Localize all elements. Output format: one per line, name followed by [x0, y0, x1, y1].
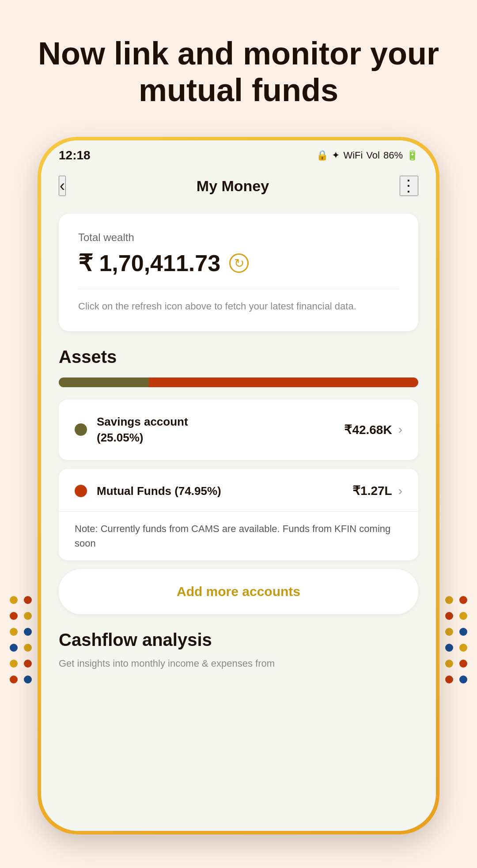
mutual-progress-segment [149, 377, 418, 387]
mutual-funds-name: Mutual Funds (74.95%) [97, 483, 221, 499]
nav-bar: ‹ My Money ⋮ [41, 167, 436, 205]
savings-dot-icon [75, 423, 87, 436]
assets-progress-bar [59, 377, 418, 387]
wealth-amount: ₹ 1,70,411.73 [78, 250, 220, 276]
network-icon: 🔒 [316, 150, 328, 161]
nav-title: My Money [197, 177, 269, 195]
cashflow-title: Cashflow analysis [59, 630, 418, 650]
mutual-chevron-icon: › [398, 484, 402, 498]
signal-icon: Vol [366, 150, 380, 161]
savings-chevron-icon: › [398, 423, 402, 437]
wealth-divider [78, 289, 399, 289]
mutual-funds-left: Mutual Funds (74.95%) [75, 483, 221, 499]
status-time: 12:18 [59, 148, 91, 162]
mutual-funds-value: ₹1.27L [352, 483, 392, 498]
mutual-funds-right: ₹1.27L › [352, 483, 402, 498]
bluetooth-icon: ✦ [332, 150, 340, 161]
refresh-button[interactable] [229, 253, 249, 273]
mutual-funds-card: Mutual Funds (74.95%) ₹1.27L › Note: Cur… [59, 469, 418, 560]
status-icons: 🔒 ✦ WiFi Vol 86% 🔋 [316, 150, 418, 161]
savings-progress-segment [59, 377, 149, 387]
cashflow-subtitle: Get insights into monthly income & expen… [59, 656, 418, 671]
mutual-dot-icon [75, 485, 87, 497]
phone-frame: 12:18 🔒 ✦ WiFi Vol 86% 🔋 ‹ My Money ⋮ To… [38, 137, 439, 834]
back-button[interactable]: ‹ [59, 176, 66, 196]
battery-icon: 🔋 [406, 150, 418, 161]
decorative-dots-right [445, 596, 467, 683]
wealth-amount-row: ₹ 1,70,411.73 [78, 250, 399, 276]
wealth-label: Total wealth [78, 231, 399, 244]
mutual-funds-row[interactable]: Mutual Funds (74.95%) ₹1.27L › [75, 483, 402, 511]
phone-screen: 12:18 🔒 ✦ WiFi Vol 86% 🔋 ‹ My Money ⋮ To… [41, 140, 436, 831]
wifi-icon: WiFi [343, 150, 363, 161]
savings-account-card[interactable]: Savings account(25.05%) ₹42.68K › [59, 400, 418, 460]
assets-title: Assets [59, 347, 418, 367]
wealth-card: Total wealth ₹ 1,70,411.73 Click on the … [59, 214, 418, 331]
decorative-dots-left [10, 596, 32, 683]
savings-account-left: Savings account(25.05%) [75, 414, 188, 446]
wealth-hint: Click on the refresh icon above to fetch… [78, 299, 399, 313]
add-accounts-button[interactable]: Add more accounts [59, 569, 418, 614]
content-area: Total wealth ₹ 1,70,411.73 Click on the … [41, 205, 436, 831]
more-options-button[interactable]: ⋮ [400, 176, 418, 196]
battery-label: 86% [383, 150, 403, 161]
mutual-funds-note: Note: Currently funds from CAMS are avai… [75, 512, 402, 560]
savings-account-value: ₹42.68K [344, 423, 392, 437]
savings-account-name: Savings account(25.05%) [97, 414, 188, 446]
page-title: Now link and monitor your mutual funds [0, 0, 477, 126]
savings-account-right: ₹42.68K › [344, 423, 402, 437]
status-bar: 12:18 🔒 ✦ WiFi Vol 86% 🔋 [41, 140, 436, 167]
